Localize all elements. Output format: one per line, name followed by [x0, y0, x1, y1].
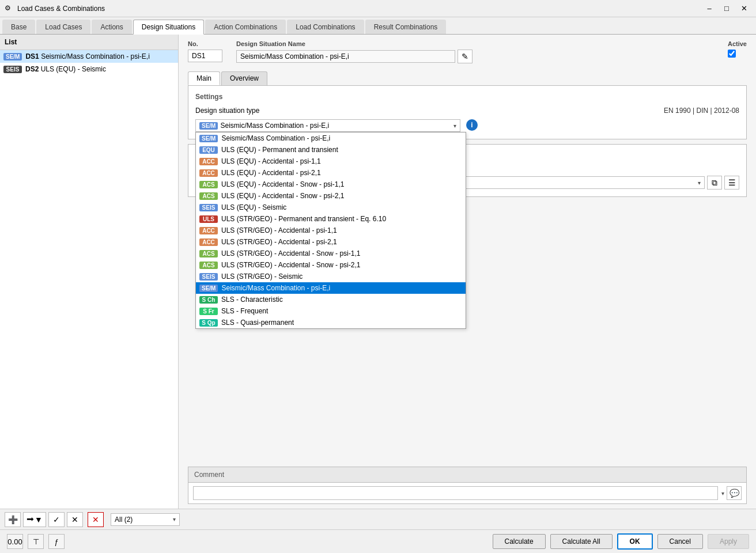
tab-main[interactable]: Main	[188, 71, 220, 85]
badge-icon: EQU	[199, 146, 218, 154]
dropdown-item[interactable]: ACS ULS (STR/GEO) - Accidental - Snow - …	[196, 259, 466, 271]
badge-icon: S Qp	[199, 319, 218, 327]
tab-load-cases[interactable]: Load Cases	[36, 20, 90, 34]
tab-result-combinations[interactable]: Result Combinations	[365, 20, 447, 34]
table-icon-button[interactable]: ⊤	[28, 534, 44, 549]
dropdown-item[interactable]: ACC ULS (STR/GEO) - Accidental - psi-1,1	[196, 225, 466, 236]
comment-section: Comment ▾ 💬	[188, 467, 747, 504]
list-item[interactable]: SEIS DS2 ULS (EQU) - Seismic	[0, 63, 178, 75]
duplicate-button[interactable]: ⮕▼	[23, 512, 46, 527]
apply-button[interactable]: Apply	[708, 534, 749, 549]
calculate-all-button[interactable]: Calculate All	[550, 534, 613, 549]
situation-type-row: Design situation type EN 1990 | DIN | 20…	[195, 107, 739, 115]
dropdown-item[interactable]: SEIS ULS (STR/GEO) - Seismic	[196, 271, 466, 282]
right-panel: No. Design Situation Name ✎ Active Main …	[179, 35, 756, 509]
dropdown-item[interactable]: S Fr SLS - Frequent	[196, 305, 466, 317]
dropdown-select-trigger[interactable]: SE/M Seismic/Mass Combination - psi-E,i …	[195, 119, 460, 132]
dropdown-item[interactable]: S Ch SLS - Characteristic	[196, 294, 466, 305]
ok-button[interactable]: OK	[617, 533, 653, 550]
no-input[interactable]	[188, 50, 222, 62]
badge-icon: ACC	[199, 238, 218, 246]
bottom-toolbar: ➕ ⮕▼ ✓ ✕ ✕ All (2) ▾	[0, 509, 756, 529]
dropdown-item[interactable]: ACC ULS (EQU) - Accidental - psi-2,1	[196, 167, 466, 179]
badge-icon: ACS	[199, 192, 218, 200]
window-controls: – □ ✕	[702, 3, 751, 14]
inner-tabs: Main Overview	[179, 67, 756, 85]
calculate-button[interactable]: Calculate	[493, 534, 546, 549]
close-button[interactable]: ✕	[736, 3, 751, 14]
dropdown-item-selected[interactable]: SE/M Seismic/Mass Combination - psi-E,i	[196, 282, 466, 294]
filter-label: All (2)	[115, 516, 133, 524]
chevron-down-icon: ▾	[698, 180, 701, 186]
add-button[interactable]: ➕	[5, 512, 21, 527]
dropdown-item[interactable]: EQU ULS (EQU) - Permanent and transient	[196, 144, 466, 156]
list-item-label: DS2 ULS (EQU) - Seismic	[25, 65, 106, 73]
titlebar: ⚙ Load Cases & Combinations – □ ✕	[0, 0, 756, 17]
comment-action-button[interactable]: 💬	[727, 486, 742, 500]
badge-seis: SEIS	[3, 66, 22, 73]
cancel-button[interactable]: Cancel	[657, 534, 703, 549]
tab-design-situations[interactable]: Design Situations	[133, 20, 204, 35]
name-field-row: ✎	[236, 50, 472, 63]
dropdown-item[interactable]: SE/M Seismic/Mass Combination - psi-E,i	[196, 132, 466, 144]
main-content: List SE/M DS1 Seismic/Mass Combination -…	[0, 35, 756, 509]
tab-bar: Base Load Cases Actions Design Situation…	[0, 17, 756, 35]
badge-sem: SE/M	[3, 53, 22, 60]
list-header: List	[0, 35, 178, 50]
badge-icon: ACC	[199, 158, 218, 165]
maximize-button[interactable]: □	[719, 3, 734, 14]
situation-type-dropdown[interactable]: SE/M Seismic/Mass Combination - psi-E,i …	[195, 119, 460, 132]
dropdown-item[interactable]: SEIS ULS (EQU) - Seismic	[196, 202, 466, 213]
tab-base[interactable]: Base	[2, 20, 35, 34]
dropdown-item[interactable]: ACC ULS (EQU) - Accidental - psi-1,1	[196, 156, 466, 167]
dropdown-list: SE/M Seismic/Mass Combination - psi-E,i …	[195, 132, 466, 329]
dropdown-item[interactable]: ACS ULS (STR/GEO) - Accidental - Snow - …	[196, 248, 466, 259]
dropdown-selected-text: Seismic/Mass Combination - psi-E,i	[220, 122, 451, 130]
active-checkbox[interactable]	[728, 50, 736, 58]
active-block: Active	[728, 40, 747, 58]
calc-icon-button[interactable]: 0.00	[7, 534, 23, 549]
badge-icon: ULS	[199, 215, 218, 223]
dropdown-item[interactable]: S Qp SLS - Quasi-permanent	[196, 317, 466, 328]
filter-select[interactable]: All (2) ▾	[111, 513, 180, 526]
comment-input[interactable]	[193, 486, 718, 500]
settings-area: Settings Design situation type EN 1990 |…	[188, 85, 747, 139]
dropdown-item[interactable]: ULS ULS (STR/GEO) - Permanent and transi…	[196, 213, 466, 225]
active-label: Active	[728, 40, 747, 47]
list-item-label: DS1 Seismic/Mass Combination - psi-E,i	[25, 52, 149, 60]
no-block: No.	[188, 40, 222, 62]
selected-badge: SE/M	[199, 122, 218, 130]
formula-icon-button[interactable]: ƒ	[48, 534, 65, 549]
cross-button[interactable]: ✕	[67, 512, 83, 527]
badge-icon: ACS	[199, 250, 218, 257]
chevron-down-icon: ▾	[453, 123, 456, 129]
delete-button[interactable]: ✕	[88, 512, 104, 527]
settings-title: Settings	[195, 93, 739, 101]
edit-name-button[interactable]: ✎	[458, 50, 472, 63]
tab-actions[interactable]: Actions	[92, 20, 131, 34]
chevron-down-icon: ▾	[173, 516, 176, 522]
comment-row: ▾ 💬	[188, 483, 746, 503]
app-icon: ⚙	[5, 4, 14, 13]
name-input[interactable]	[236, 50, 455, 63]
dropdown-item[interactable]: ACS ULS (EQU) - Accidental - Snow - psi-…	[196, 179, 466, 190]
tab-load-combinations[interactable]: Load Combinations	[287, 20, 364, 34]
wizard-settings-button[interactable]: ☰	[724, 176, 739, 190]
badge-icon: S Fr	[199, 308, 218, 315]
chevron-down-icon: ▾	[721, 490, 724, 497]
list-item[interactable]: SE/M DS1 Seismic/Mass Combination - psi-…	[0, 50, 178, 63]
wizard-copy-button[interactable]: ⧉	[707, 176, 722, 190]
check-button[interactable]: ✓	[48, 512, 65, 527]
info-row: No. Design Situation Name ✎ Active	[179, 35, 756, 67]
comment-header: Comment	[188, 467, 746, 483]
badge-icon: SEIS	[199, 273, 218, 281]
dropdown-item[interactable]: ACS ULS (EQU) - Accidental - Snow - psi-…	[196, 190, 466, 202]
tab-action-combinations[interactable]: Action Combinations	[205, 20, 286, 34]
info-icon[interactable]: i	[466, 119, 478, 131]
tab-overview[interactable]: Overview	[221, 71, 267, 85]
badge-icon: SE/M	[199, 285, 218, 292]
standard-label: EN 1990 | DIN | 2012-08	[664, 107, 739, 115]
dropdown-item[interactable]: ACC ULS (STR/GEO) - Accidental - psi-2,1	[196, 236, 466, 248]
left-panel: List SE/M DS1 Seismic/Mass Combination -…	[0, 35, 179, 509]
minimize-button[interactable]: –	[702, 3, 717, 14]
